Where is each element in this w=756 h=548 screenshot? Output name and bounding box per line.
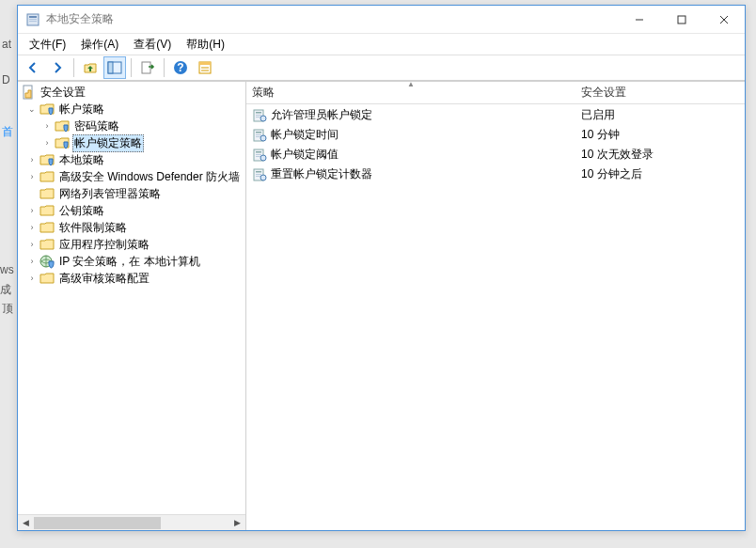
- tree-pane-icon: [107, 60, 122, 75]
- tree-node-account-policies[interactable]: ⌄ 帐户策略: [18, 101, 245, 117]
- list-row[interactable]: 帐户锁定阈值 10 次无效登录: [246, 145, 745, 164]
- folder-icon: [39, 271, 55, 286]
- scroll-left-button[interactable]: ◀: [18, 515, 34, 531]
- expand-icon[interactable]: ›: [25, 204, 39, 217]
- maximize-button[interactable]: [660, 6, 702, 34]
- svg-rect-14: [199, 62, 211, 65]
- bg-text: D: [2, 73, 10, 86]
- tree-node-public-key-policies[interactable]: › 公钥策略: [18, 202, 245, 219]
- toolbar-separator: [73, 58, 74, 77]
- scroll-track[interactable]: [34, 515, 229, 531]
- tree-hscrollbar[interactable]: ◀ ▶: [18, 514, 245, 530]
- svg-point-23: [260, 116, 266, 121]
- close-icon: [719, 15, 729, 24]
- tree-node-network-list-manager[interactable]: › 网络列表管理器策略: [18, 185, 245, 202]
- tree-label: 公钥策略: [57, 202, 106, 220]
- expand-icon[interactable]: ›: [25, 221, 39, 234]
- policy-setting: 10 次无效登录: [581, 147, 654, 163]
- list-row[interactable]: 重置帐户锁定计数器 10 分钟之后: [246, 164, 745, 184]
- show-hide-tree-button[interactable]: [103, 56, 126, 79]
- bg-text: 顶: [2, 301, 13, 317]
- up-button[interactable]: [79, 56, 102, 79]
- svg-rect-20: [256, 112, 261, 114]
- policy-name: 允许管理员帐户锁定: [271, 107, 372, 123]
- policy-item-icon: [252, 167, 267, 182]
- tree-pane: 安全设置 ⌄ 帐户策略 › 密码策略: [18, 82, 246, 530]
- expand-icon[interactable]: ›: [25, 238, 39, 251]
- tree-node-advanced-audit[interactable]: › 高级审核策略配置: [18, 270, 245, 287]
- tree-node-account-lockout-policy[interactable]: › 帐户锁定策略: [18, 134, 245, 151]
- tree-node-security-settings[interactable]: 安全设置: [18, 84, 245, 101]
- tree-node-local-policies[interactable]: › 本地策略: [18, 151, 245, 168]
- svg-rect-2: [29, 19, 37, 20]
- expand-icon[interactable]: ›: [25, 153, 39, 166]
- bg-text: at: [2, 38, 11, 51]
- content-area: 安全设置 ⌄ 帐户策略 › 密码策略: [18, 81, 745, 530]
- properties-button[interactable]: [194, 56, 216, 79]
- svg-rect-26: [256, 134, 261, 135]
- expand-icon[interactable]: ›: [40, 119, 54, 133]
- tree-label: 密码策略: [72, 117, 121, 135]
- column-header-setting[interactable]: 安全设置: [575, 82, 745, 103]
- forward-arrow-icon: [50, 60, 65, 75]
- svg-point-38: [260, 175, 266, 180]
- tree-node-software-restriction[interactable]: › 软件限制策略: [18, 219, 245, 236]
- policy-setting: 10 分钟之后: [581, 166, 642, 182]
- expand-icon[interactable]: ›: [25, 255, 39, 268]
- svg-rect-21: [256, 115, 261, 116]
- folder-shield-icon: [39, 152, 55, 167]
- expand-icon[interactable]: ›: [40, 136, 54, 149]
- folder-icon: [39, 237, 55, 252]
- app-icon: [25, 12, 40, 27]
- scroll-thumb[interactable]: [34, 517, 161, 529]
- expand-icon[interactable]: ›: [25, 170, 39, 183]
- forward-button[interactable]: [46, 56, 69, 79]
- globe-shield-icon: [39, 254, 55, 269]
- policy-name: 帐户锁定阈值: [271, 147, 339, 163]
- folder-icon: [39, 169, 55, 184]
- list-row[interactable]: 允许管理员帐户锁定 已启用: [246, 105, 745, 125]
- menu-help[interactable]: 帮助(H): [179, 35, 232, 55]
- svg-rect-31: [256, 154, 261, 155]
- expand-icon[interactable]: ›: [25, 272, 39, 285]
- list-pane: ▲ 策略 安全设置 允许管理员帐户锁定 已启用: [246, 82, 745, 530]
- help-button[interactable]: ?: [169, 56, 192, 79]
- titlebar[interactable]: 本地安全策略: [18, 6, 745, 34]
- scroll-right-button[interactable]: ▶: [229, 515, 245, 531]
- svg-point-28: [260, 135, 266, 141]
- tree-label: 本地策略: [57, 151, 106, 169]
- collapse-icon[interactable]: ⌄: [25, 102, 39, 116]
- tree-label: 安全设置: [39, 84, 87, 102]
- svg-rect-5: [678, 16, 685, 23]
- minimize-icon: [635, 15, 644, 24]
- tree-node-password-policy[interactable]: › 密码策略: [18, 117, 245, 134]
- menu-action[interactable]: 操作(A): [73, 35, 126, 55]
- folder-up-icon: [83, 60, 98, 75]
- svg-rect-30: [256, 151, 261, 153]
- export-button[interactable]: [136, 56, 159, 79]
- back-arrow-icon: [25, 60, 40, 75]
- close-button[interactable]: [702, 6, 745, 34]
- shield-doc-icon: [21, 85, 36, 100]
- menu-view[interactable]: 查看(V): [126, 35, 179, 55]
- tree-node-defender-firewall[interactable]: › 高级安全 Windows Defender 防火墙: [18, 168, 245, 185]
- column-label: 安全设置: [581, 85, 626, 101]
- svg-rect-10: [142, 62, 150, 73]
- policy-item-icon: [252, 128, 267, 143]
- policy-name: 重置帐户锁定计数器: [271, 166, 372, 182]
- bg-text: 首: [2, 124, 13, 140]
- tree[interactable]: 安全设置 ⌄ 帐户策略 › 密码策略: [18, 82, 245, 514]
- tree-label: 帐户锁定策略: [72, 134, 144, 152]
- tree-label: IP 安全策略，在 本地计算机: [57, 253, 202, 271]
- policy-name: 帐户锁定时间: [271, 127, 339, 143]
- list-row[interactable]: 帐户锁定时间 10 分钟: [246, 125, 745, 145]
- tree-node-app-control[interactable]: › 应用程序控制策略: [18, 236, 245, 253]
- tree-label: 应用程序控制策略: [57, 236, 151, 254]
- tree-label: 高级安全 Windows Defender 防火墙: [57, 168, 242, 186]
- tree-node-ip-security[interactable]: › IP 安全策略，在 本地计算机: [18, 253, 245, 270]
- column-header-policy[interactable]: ▲ 策略: [246, 82, 575, 103]
- back-button[interactable]: [22, 56, 44, 79]
- minimize-button[interactable]: [618, 6, 660, 34]
- window-title: 本地安全策略: [46, 11, 618, 27]
- menu-file[interactable]: 文件(F): [22, 35, 73, 55]
